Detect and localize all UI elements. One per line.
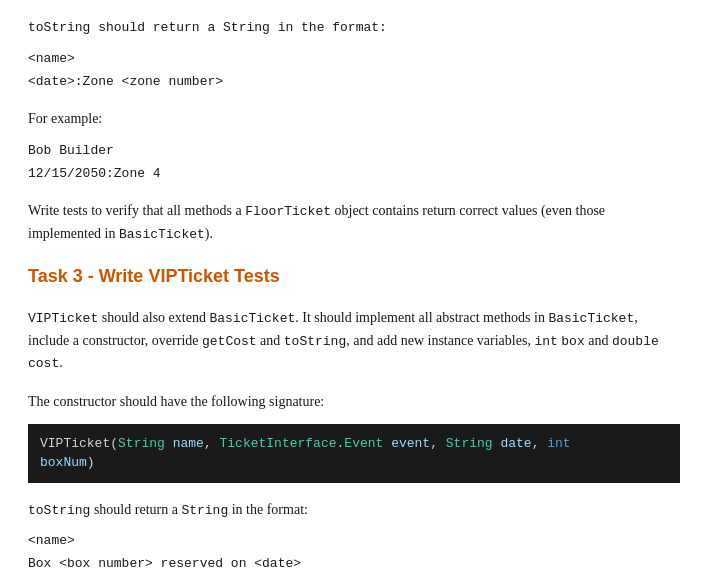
- code-block: VIPTicket(String name, TicketInterface.E…: [28, 424, 680, 483]
- constructor-sig-text: The constructor should have the followin…: [28, 391, 680, 413]
- example-line1: Bob Builder: [28, 141, 680, 162]
- example-line2: 12/15/2050:Zone 4: [28, 164, 680, 185]
- format2-line1: <name>: [28, 531, 680, 552]
- format2-line2: Box <box number> reserved on <date>: [28, 554, 680, 575]
- write-tests-text: Write tests to verify that all methods a…: [28, 200, 680, 246]
- example-section: For example: Bob Builder 12/15/2050:Zone…: [28, 108, 680, 184]
- string-keyword2: String: [181, 503, 228, 518]
- vip-description: VIPTicket should also extend BasicTicket…: [28, 307, 680, 375]
- int-code: int: [534, 334, 557, 349]
- floorticket-code: FloorTicket: [245, 204, 331, 219]
- tostring-intro: toString should return a String in the f…: [28, 16, 680, 39]
- getcost-code: getCost: [202, 334, 257, 349]
- basicticket-code: BasicTicket: [119, 227, 205, 242]
- cost-code: cost: [28, 356, 59, 371]
- page-content: toString should return a String in the f…: [28, 16, 680, 582]
- vipticket-code: VIPTicket: [28, 311, 98, 326]
- task3-heading-section: Task 3 - Write VIPTicket Tests: [28, 262, 680, 291]
- tostring-keyword: toString should return a String in the f…: [28, 20, 387, 35]
- tostring-section2: toString should return a String in the f…: [28, 499, 680, 575]
- task3-heading: Task 3 - Write VIPTicket Tests: [28, 262, 680, 291]
- tostring-intro2: toString should return a String in the f…: [28, 499, 680, 522]
- format-line2: <date>:Zone <zone number>: [28, 72, 680, 93]
- tostring-keyword2: toString: [28, 503, 90, 518]
- basicticket-extend-code: BasicTicket: [209, 311, 295, 326]
- format-line1: <name>: [28, 49, 680, 70]
- double-code: double: [612, 334, 659, 349]
- basicticket-methods-code: BasicTicket: [548, 311, 634, 326]
- tostring-intro2-text: should return a: [90, 502, 181, 517]
- example-label: For example:: [28, 108, 680, 130]
- write-tests-para: Write tests to verify that all methods a…: [28, 200, 680, 246]
- constructor-sig-section: The constructor should have the followin…: [28, 391, 680, 482]
- code-line2: boxNum): [40, 455, 95, 470]
- tostring-format-text2: in the format:: [228, 502, 308, 517]
- box-code: box: [561, 334, 584, 349]
- tostring-section: toString should return a String in the f…: [28, 16, 680, 92]
- tostring-code: toString: [284, 334, 346, 349]
- code-line1: VIPTicket(String name, TicketInterface.E…: [40, 436, 571, 451]
- vip-description-para: VIPTicket should also extend BasicTicket…: [28, 307, 680, 375]
